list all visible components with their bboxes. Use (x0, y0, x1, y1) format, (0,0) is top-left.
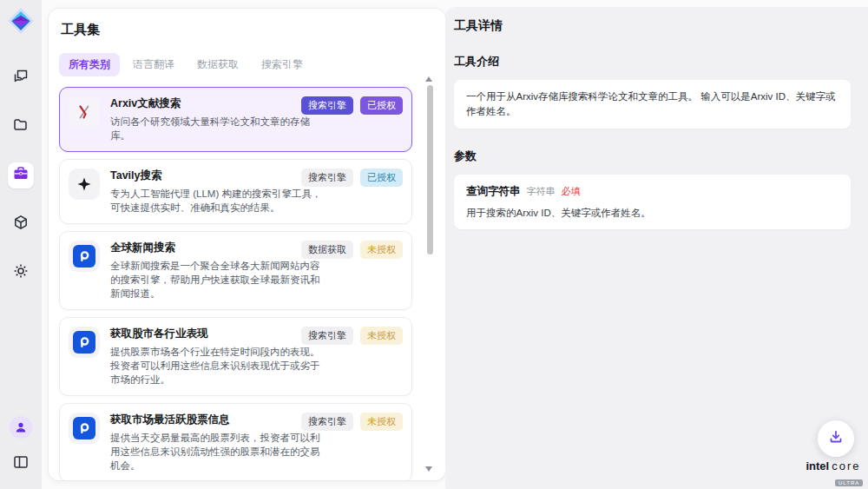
ultra-badge: ULTRA (835, 479, 863, 486)
page-title: 工具集 (61, 22, 435, 38)
download-icon (828, 429, 844, 448)
intro-heading: 工具介绍 (454, 54, 851, 69)
tool-card-global-news[interactable]: 全球新闻搜索 全球新闻搜索是一个聚合全球各大新闻网站内容的搜索引擎，帮助用户快速… (59, 231, 412, 310)
category-badge: 搜索引擎 (301, 169, 353, 187)
sparkle-star-icon (69, 169, 100, 200)
auth-status-badge: 未授权 (360, 327, 403, 345)
param-required-flag: 必填 (562, 185, 581, 198)
sidebar-item-tools[interactable] (8, 162, 34, 188)
tool-description: 提供当天交易量最高的股票列表，投资者可以利用这些信息来识别流动性强的股票和潜在的… (110, 431, 329, 472)
tool-name: 获取股市各行业表现 (110, 327, 329, 340)
auth-status-badge: 已授权 (360, 169, 403, 187)
tool-description: 提供股票市场各个行业在特定时间段内的表现。投资者可以利用这些信息来识别表现优于或… (110, 345, 329, 387)
sidebar-item-chat[interactable] (8, 65, 34, 91)
tool-detail-panel: 工具详情 工具介绍 一个用于从Arxiv存储库搜索科学论文和文章的工具。 输入可… (445, 7, 868, 489)
tool-name: Tavily搜索 (110, 169, 329, 182)
intel-brand-text: intel (806, 459, 829, 472)
category-badge: 数据获取 (301, 241, 353, 259)
sidebar-item-settings[interactable] (8, 260, 34, 286)
category-badge: 搜索引擎 (301, 327, 353, 345)
folder-icon (12, 116, 30, 137)
sidebar-item-files[interactable] (8, 114, 34, 140)
category-tabs: 所有类别 语言翻译 数据获取 搜索引擎 (59, 53, 435, 76)
param-type: 字符串 (527, 185, 556, 198)
category-badge: 搜索引擎 (301, 96, 353, 115)
chat-icon (12, 68, 30, 89)
core-brand-text: core (832, 459, 860, 472)
tab-all-categories[interactable]: 所有类别 (59, 53, 120, 76)
auth-status-badge: 未授权 (360, 413, 403, 431)
scrollbar-down-arrow[interactable] (425, 466, 432, 472)
arxiv-logo-icon (69, 96, 100, 128)
intro-card: 一个用于从Arxiv存储库搜索科学论文和文章的工具。 输入可以是Arxiv ID… (454, 80, 851, 129)
params-heading: 参数 (454, 149, 851, 164)
tool-name: 获取市场最活跃股票信息 (110, 413, 329, 426)
app-logo-icon (6, 6, 36, 36)
user-avatar[interactable] (10, 416, 32, 439)
param-card: 查询字符串 字符串 必填 用于搜索的Arxiv ID、关键字或作者姓名。 (454, 175, 851, 229)
tool-description: 访问各个研究领域大量科学论文和文章的存储库。 (110, 115, 329, 142)
tool-list: Arxiv文献搜索 访问各个研究领域大量科学论文和文章的存储库。 搜索引擎 已授… (59, 87, 435, 480)
tab-data-acquisition[interactable]: 数据获取 (187, 53, 248, 76)
juhe-data-logo-icon (69, 241, 100, 272)
toolset-panel: 工具集 所有类别 语言翻译 数据获取 搜索引擎 (49, 9, 445, 480)
gear-icon (12, 262, 30, 283)
detail-title: 工具详情 (454, 18, 851, 34)
scrollbar-up-arrow[interactable] (425, 76, 432, 82)
tool-card-tavily[interactable]: Tavily搜索 专为人工智能代理 (LLM) 构建的搜索引擎工具，可快速提供实… (59, 159, 412, 224)
param-description: 用于搜索的Arxiv ID、关键字或作者姓名。 (466, 206, 838, 220)
tool-card-active-stocks[interactable]: 获取市场最活跃股票信息 提供当天交易量最高的股票列表，投资者可以利用这些信息来识… (59, 403, 412, 480)
param-name: 查询字符串 (466, 184, 521, 199)
tab-search-engine[interactable]: 搜索引擎 (252, 53, 312, 76)
toolbox-icon (12, 165, 30, 186)
tool-card-arxiv[interactable]: Arxiv文献搜索 访问各个研究领域大量科学论文和文章的存储库。 搜索引擎 已授… (59, 87, 412, 152)
app-window: 工具集 所有类别 语言翻译 数据获取 搜索引擎 (0, 0, 868, 489)
scrollbar-thumb[interactable] (427, 85, 433, 254)
tool-description: 专为人工智能代理 (LLM) 构建的搜索引擎工具，可快速提供实时、准确和真实的结… (110, 187, 329, 215)
auth-status-badge: 未授权 (360, 241, 403, 259)
download-button[interactable] (818, 420, 854, 457)
intel-core-ultra-logo: intelcore ULTRA (806, 459, 861, 488)
cube-icon (12, 214, 30, 235)
tool-description: 全球新闻搜索是一个聚合全球各大新闻网站内容的搜索引擎，帮助用户快速获取全球最新资… (110, 259, 329, 301)
left-sidebar (0, 0, 42, 489)
panel-toggle-icon (12, 453, 30, 474)
sidebar-item-models[interactable] (8, 211, 34, 237)
category-badge: 搜索引擎 (301, 413, 353, 431)
intro-text: 一个用于从Arxiv存储库搜索科学论文和文章的工具。 输入可以是Arxiv ID… (466, 89, 838, 119)
tab-language-translation[interactable]: 语言翻译 (123, 53, 184, 76)
juhe-data-logo-icon (69, 413, 100, 444)
sidebar-item-panel-toggle[interactable] (8, 451, 34, 477)
tool-card-sector-performance[interactable]: 获取股市各行业表现 提供股票市场各个行业在特定时间段内的表现。投资者可以利用这些… (59, 317, 412, 396)
juhe-data-logo-icon (69, 327, 100, 358)
tool-name: Arxiv文献搜索 (110, 96, 329, 110)
auth-status-badge: 已授权 (360, 96, 403, 115)
tool-name: 全球新闻搜索 (110, 241, 329, 254)
